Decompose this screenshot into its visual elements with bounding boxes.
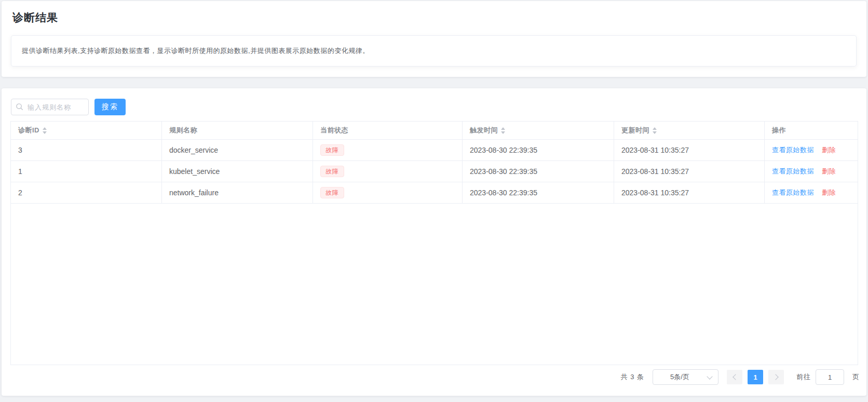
view-raw-data-link[interactable]: 查看原始数据 — [772, 188, 814, 197]
delete-link[interactable]: 删除 — [822, 167, 836, 176]
chevron-right-icon — [772, 374, 778, 380]
chevron-left-icon — [733, 374, 738, 380]
cell-actions: 查看原始数据 删除 — [765, 161, 858, 182]
cell-actions: 查看原始数据 删除 — [765, 182, 858, 204]
table-row: 2 network_failure 故障 2023-08-30 22:39:35… — [11, 182, 858, 204]
table-header-row: 诊断ID 规则名称 当前状态 触发时间 更新时间 操作 — [11, 122, 858, 140]
page-number-button[interactable]: 1 — [748, 370, 763, 384]
cell-diagnosis-id: 2 — [11, 182, 162, 204]
cell-rule-name: kubelet_service — [162, 161, 313, 182]
cell-trigger-time: 2023-08-30 22:39:35 — [463, 161, 614, 182]
cell-diagnosis-id: 1 — [11, 161, 162, 182]
prev-page-button[interactable] — [727, 370, 742, 384]
next-page-button[interactable] — [768, 370, 784, 384]
status-badge: 故障 — [320, 166, 344, 177]
results-card: 搜索 诊断ID 规则名称 当前状态 触发时间 更新时间 操作 — [2, 88, 866, 396]
results-table: 诊断ID 规则名称 当前状态 触发时间 更新时间 操作 3 doc — [10, 121, 858, 365]
description-text: 提供诊断结果列表,支持诊断原始数据查看，显示诊断时所使用的原始数据,并提供图表展… — [22, 46, 370, 56]
sort-caret-icon[interactable] — [653, 127, 657, 134]
page-title: 诊断结果 — [12, 10, 58, 25]
delete-link[interactable]: 删除 — [822, 188, 836, 197]
description-box: 提供诊断结果列表,支持诊断原始数据查看，显示诊断时所使用的原始数据,并提供图表展… — [11, 35, 857, 66]
cell-rule-name: docker_service — [162, 140, 313, 161]
column-header-trigger-time[interactable]: 触发时间 — [463, 122, 614, 140]
goto-label: 前往 — [796, 372, 811, 382]
cell-update-time: 2023-08-31 10:35:27 — [614, 161, 765, 182]
search-icon — [16, 103, 23, 111]
cell-actions: 查看原始数据 删除 — [765, 140, 858, 161]
page-unit-label: 页 — [852, 372, 859, 382]
view-raw-data-link[interactable]: 查看原始数据 — [772, 145, 814, 155]
table-row: 1 kubelet_service 故障 2023-08-30 22:39:35… — [11, 161, 858, 182]
sort-caret-icon[interactable] — [501, 127, 505, 134]
column-header-diagnosis-id[interactable]: 诊断ID — [11, 122, 162, 140]
view-raw-data-link[interactable]: 查看原始数据 — [772, 167, 814, 176]
cell-trigger-time: 2023-08-30 22:39:35 — [463, 182, 614, 204]
total-count: 共 3 条 — [621, 372, 644, 382]
header-card: 诊断结果 提供诊断结果列表,支持诊断原始数据查看，显示诊断时所使用的原始数据,并… — [2, 1, 866, 77]
cell-diagnosis-id: 3 — [11, 140, 162, 161]
sort-caret-icon[interactable] — [43, 127, 47, 134]
column-header-rule-name: 规则名称 — [162, 122, 313, 140]
delete-link[interactable]: 删除 — [822, 145, 836, 155]
cell-trigger-time: 2023-08-30 22:39:35 — [463, 140, 614, 161]
table-row: 3 docker_service 故障 2023-08-30 22:39:35 … — [11, 140, 858, 161]
column-header-actions: 操作 — [765, 122, 858, 140]
goto-page-input[interactable] — [816, 369, 844, 385]
cell-status: 故障 — [313, 182, 463, 204]
cell-update-time: 2023-08-31 10:35:27 — [614, 140, 765, 161]
page-size-select[interactable]: 5条/页 — [653, 369, 718, 385]
chevron-down-icon — [707, 373, 712, 379]
search-row: 搜索 — [11, 99, 126, 115]
search-button[interactable]: 搜索 — [94, 99, 126, 115]
search-input-wrap — [11, 99, 89, 115]
column-header-update-time[interactable]: 更新时间 — [614, 122, 765, 140]
status-badge: 故障 — [320, 187, 344, 198]
cell-rule-name: network_failure — [162, 182, 313, 204]
pagination: 共 3 条 5条/页 1 前往 页 — [621, 369, 859, 385]
cell-status: 故障 — [313, 140, 463, 161]
cell-status: 故障 — [313, 161, 463, 182]
cell-update-time: 2023-08-31 10:35:27 — [614, 182, 765, 204]
page-size-value: 5条/页 — [670, 372, 689, 382]
column-header-status: 当前状态 — [313, 122, 463, 140]
status-badge: 故障 — [320, 144, 344, 156]
